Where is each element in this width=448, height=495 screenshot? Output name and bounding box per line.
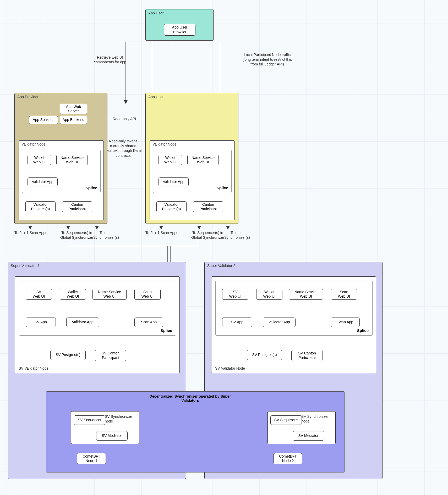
sv1-postgres: SV Postgres(s) xyxy=(50,350,86,360)
validator-pg-right: Validator Postgres(s) xyxy=(156,201,187,212)
sv1-title: Super Vallidator 1 xyxy=(11,264,40,268)
sv1-scan-app: Scan App xyxy=(134,318,163,327)
sv2-node-title: SV Validator Node xyxy=(215,366,245,370)
app-provider: App Provider App Web Server App Services… xyxy=(14,93,107,224)
sv2-sv-app: SV App xyxy=(222,318,252,327)
sv2-scan-ui: Scan Web UI xyxy=(331,289,357,300)
app-user-right-title: App User xyxy=(148,95,163,99)
app-services: App Services xyxy=(29,116,58,124)
sv1-sync-title: SV Synchronizer node xyxy=(105,414,136,424)
comet-node-2: CometBFT Node 2 xyxy=(274,453,302,464)
sv1-validator-app: Validator App xyxy=(66,318,99,327)
canton-participant-left: Canton Participant xyxy=(62,201,92,212)
label-toscan-left: To 2f + 1 Scan Apps xyxy=(14,230,47,235)
validator-app-left: Validator App xyxy=(28,177,58,186)
sv2-splice-frame: SV Web UI Wallet Web UI Name Service Web… xyxy=(215,281,373,336)
validator-node-left-title: Validator Node xyxy=(21,142,46,146)
label-toscan-right: To 2f + 1 Scan Apps xyxy=(145,230,178,235)
sv1-sv-app: SV App xyxy=(26,318,56,327)
sv2-nameservice-ui: Name Service Web UI xyxy=(289,289,323,300)
decentralized-synchronizer: Decentralized Synchronizer operated by S… xyxy=(46,391,345,472)
sv2-validator-node: SV Validator Node SV Web UI Wallet Web U… xyxy=(211,276,376,373)
app-backend: App Backend xyxy=(60,116,87,124)
sv2-splice: Splice xyxy=(357,328,369,333)
sv2-sv-webui: SV Web UI xyxy=(222,289,248,300)
sv2-validator-app: Validator App xyxy=(263,318,296,327)
sv1-nameservice-ui: Name Service Web UI xyxy=(92,289,127,300)
sv2-title: Super Validator 2 xyxy=(207,264,235,268)
app-user-top: App User App User Browser xyxy=(145,9,214,41)
label-toother-left: To other Synchronizer(s) xyxy=(90,230,122,240)
sv1-mediator: SV Mediator xyxy=(96,431,128,441)
validator-node-left: Validator Node Wallet Web UI Name Servic… xyxy=(19,140,104,220)
sv2-scan-app: Scan App xyxy=(331,318,360,327)
comet-node-1: CometBFT Node 1 xyxy=(77,453,106,464)
sv2-postgres: SV Postgres(s) xyxy=(247,350,282,360)
app-user-top-title: App User xyxy=(148,11,163,15)
sv1-validator-node: SV Validator Node SV Web UI Wallet Web U… xyxy=(15,276,180,373)
validator-app-right: Validator App xyxy=(159,177,189,186)
decentralized-title: Decentralized Synchronizer operated by S… xyxy=(135,394,245,403)
nameservice-ui-right: Name Service Web UI xyxy=(187,155,219,165)
splice-label-left: Splice xyxy=(86,186,97,190)
sv2-canton: SV Canton Participant xyxy=(291,350,323,361)
splice-frame-right: Wallet Web UI Name Service Web UI Valida… xyxy=(153,150,232,193)
sv1-wallet-ui: Wallet Web UI xyxy=(60,289,86,300)
wallet-ui-left: Wallet Web UI xyxy=(28,155,51,165)
sv1-sv-webui: SV Web UI xyxy=(26,289,52,300)
label-retrieve: Retrieve web UI components for app xyxy=(86,55,134,64)
splice-frame-left: Wallet Web UI Name Service Web UI Valida… xyxy=(22,150,101,193)
label-toother-right: To other Synchronizer(s) xyxy=(221,230,253,240)
nameservice-ui-left: Name Service Web UI xyxy=(56,155,88,165)
sv1-sync-node: SV Synchronizer node SV Sequencer SV Med… xyxy=(71,411,139,444)
validator-pg-left: Validator Postgres(s) xyxy=(25,201,56,212)
label-local-traffic: Local Participant Node traffic (long ter… xyxy=(231,52,304,67)
validator-node-right-title: Validator Node xyxy=(152,142,177,146)
wallet-ui-right: Wallet Web UI xyxy=(159,155,182,165)
validator-node-right: Validator Node Wallet Web UI Name Servic… xyxy=(150,140,235,220)
sv2-sync-node: SV Synchronizer node SV Sequencer SV Med… xyxy=(267,411,336,444)
sv2-mediator: SV Mediator xyxy=(293,431,324,441)
sv1-canton: SV Canton Participant xyxy=(95,350,126,361)
sv1-splice: Splice xyxy=(161,328,172,333)
sv2-sequencer: SV Sequencer xyxy=(270,415,302,425)
app-provider-title: App Provider xyxy=(17,95,39,99)
sv1-node-title: SV Validator Node xyxy=(19,366,48,370)
label-readonly-api: Read-only API xyxy=(113,116,136,121)
sv1-sequencer: SV Sequencer xyxy=(74,415,105,425)
sv2-sync-title: SV Synchronizer node xyxy=(301,414,333,424)
sv1-scan-ui: Scan Web UI xyxy=(134,289,161,300)
sv2-wallet-ui: Wallet Web UI xyxy=(256,289,282,300)
app-user-right: App User Validator Node Wallet Web UI Na… xyxy=(145,93,238,224)
app-web-server: App Web Server xyxy=(60,104,87,114)
sv1-splice-frame: SV Web UI Wallet Web UI Name Service Web… xyxy=(19,281,176,336)
app-user-browser: App User Browser xyxy=(164,24,195,36)
canton-participant-right: Canton Participant xyxy=(193,201,223,212)
splice-label-right: Splice xyxy=(217,186,228,190)
